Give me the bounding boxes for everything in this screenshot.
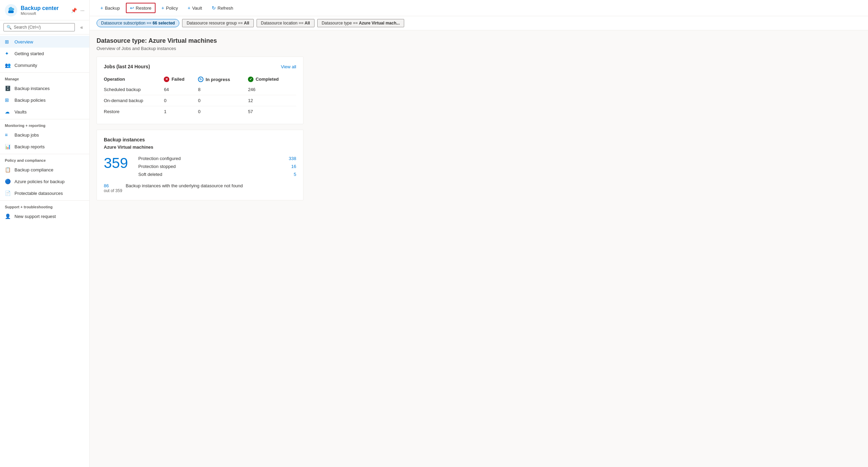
sidebar-item-label: Azure policies for backup	[14, 179, 64, 184]
filter-datasource-type[interactable]: Datasource type == Azure Virtual mach...	[317, 19, 405, 27]
vault-button[interactable]: + Vault	[184, 3, 206, 13]
sidebar: Backup center Microsoft 📌 ··· 🔍 Search (…	[0, 0, 90, 467]
filter-resource-group-label: Datasource resource group == All	[187, 21, 249, 26]
footer-count-sub: out of 359	[104, 188, 122, 193]
sidebar-item-backup-instances[interactable]: 🗄️ Backup instances	[0, 82, 89, 94]
sidebar-item-label: Overview	[14, 39, 33, 44]
sidebar-item-backup-reports[interactable]: 📊 Backup reports	[0, 141, 89, 152]
plus-icon-3: +	[188, 5, 190, 11]
stat-value[interactable]: 5	[294, 172, 296, 177]
sidebar-item-label: Vaults	[14, 109, 27, 115]
filter-location[interactable]: Datasource location == All	[257, 19, 315, 27]
sidebar-item-backup-jobs[interactable]: ≡ Backup jobs	[0, 129, 89, 141]
plus-icon: +	[100, 5, 103, 11]
job-completed[interactable]: 12	[248, 95, 296, 106]
jobs-card: Jobs (last 24 Hours) View all Operation …	[97, 57, 303, 124]
filter-subscription-label: Datasource subscription == 66 selected	[101, 21, 175, 26]
stat-value[interactable]: 16	[291, 164, 296, 169]
job-operation: On-demand backup	[104, 95, 164, 106]
sidebar-item-vaults[interactable]: ☁ Vaults	[0, 106, 89, 118]
job-completed[interactable]: 57	[248, 106, 296, 117]
backup-instances-icon: 🗄️	[5, 85, 11, 91]
job-in-progress: 0	[198, 106, 248, 117]
backup-instances-card: Backup instances Azure Virtual machines …	[97, 130, 303, 200]
footer-info: 86 out of 359	[104, 183, 122, 193]
sidebar-item-label: Community	[14, 63, 37, 68]
stat-label: Protection configured	[138, 156, 181, 161]
app-subtitle: Microsoft	[21, 11, 59, 16]
filters-bar: Datasource subscription == 66 selected D…	[90, 16, 868, 30]
failed-icon: ✕	[164, 77, 169, 82]
completed-icon: ✓	[248, 77, 253, 82]
job-failed[interactable]: 1	[164, 106, 198, 117]
manage-section-label: Manage	[0, 72, 89, 82]
sidebar-item-label: Backup jobs	[14, 132, 39, 138]
support-request-icon: 👤	[5, 213, 11, 219]
sidebar-item-backup-compliance[interactable]: 📋 Backup compliance	[0, 164, 89, 176]
search-input-box[interactable]: 🔍 Search (Ctrl+/)	[3, 23, 75, 31]
pin-icon[interactable]: 📌	[71, 8, 77, 13]
instances-total-count[interactable]: 359	[104, 156, 128, 170]
content-area: Datasource type: Azure Virtual machines …	[90, 30, 868, 467]
sidebar-nav: ⊞ Overview ✦ Getting started 👥 Community…	[0, 34, 89, 467]
instances-body: 359 Protection configured338Protection s…	[104, 155, 296, 178]
job-failed: 0	[164, 95, 198, 106]
failed-status-header: ✕ Failed	[164, 77, 184, 82]
backup-button[interactable]: + Backup	[97, 3, 124, 13]
more-icon[interactable]: ···	[80, 8, 84, 13]
azure-policies-icon: 🔵	[5, 178, 11, 185]
col-header-in-progress: ↻ In progress	[198, 74, 248, 84]
sidebar-item-community[interactable]: 👥 Community	[0, 59, 89, 71]
job-in-progress[interactable]: 8	[198, 84, 248, 95]
footer-count[interactable]: 86	[104, 183, 122, 188]
refresh-icon: ↻	[212, 5, 216, 11]
filter-datasource-type-label: Datasource type == Azure Virtual mach...	[322, 21, 400, 26]
search-icon: 🔍	[7, 25, 12, 30]
stat-row: Soft deleted5	[138, 170, 296, 178]
instances-footer: 86 out of 359 Backup instances with the …	[104, 183, 296, 193]
overview-icon: ⊞	[5, 39, 11, 45]
plus-icon-2: +	[161, 5, 164, 11]
filter-subscription[interactable]: Datasource subscription == 66 selected	[97, 19, 179, 27]
vaults-icon: ☁	[5, 109, 11, 115]
job-completed[interactable]: 246	[248, 84, 296, 95]
community-icon: 👥	[5, 62, 11, 68]
view-all-link[interactable]: View all	[281, 64, 296, 69]
policy-section-label: Policy and compliance	[0, 154, 89, 164]
jobs-card-title: Jobs (last 24 Hours)	[104, 64, 150, 69]
instances-card-title: Backup instances	[104, 137, 296, 142]
sidebar-item-azure-policies[interactable]: 🔵 Azure policies for backup	[0, 176, 89, 187]
backup-policies-icon: ⊞	[5, 97, 11, 103]
sidebar-item-backup-policies[interactable]: ⊞ Backup policies	[0, 94, 89, 106]
stat-row: Protection configured338	[138, 155, 296, 162]
table-row: On-demand backup0012	[104, 95, 296, 106]
job-operation: Scheduled backup	[104, 84, 164, 95]
restore-label: Restore	[136, 6, 152, 11]
collapse-button[interactable]: «	[78, 23, 86, 31]
backup-compliance-icon: 📋	[5, 167, 11, 173]
restore-icon: ↩	[130, 5, 134, 11]
sidebar-item-label: Backup compliance	[14, 167, 53, 172]
sidebar-item-protectable-datasources[interactable]: 📄 Protectable datasources	[0, 187, 89, 199]
sidebar-header: Backup center Microsoft 📌 ···	[0, 0, 89, 20]
policy-button[interactable]: + Policy	[158, 3, 182, 13]
page-title: Datasource type: Azure Virtual machines	[97, 37, 861, 44]
backup-reports-icon: 📊	[5, 143, 11, 150]
col-header-operation: Operation	[104, 74, 164, 84]
job-failed[interactable]: 64	[164, 84, 198, 95]
sidebar-item-label: Backup reports	[14, 144, 44, 149]
footer-label: Backup instances with the underlying dat…	[126, 183, 243, 188]
sidebar-item-getting-started[interactable]: ✦ Getting started	[0, 48, 89, 59]
restore-button[interactable]: ↩ Restore	[126, 3, 156, 13]
filter-resource-group[interactable]: Datasource resource group == All	[182, 19, 253, 27]
sidebar-item-new-support-request[interactable]: 👤 New support request	[0, 210, 89, 222]
sidebar-item-overview[interactable]: ⊞ Overview	[0, 36, 89, 48]
instances-subtitle: Azure Virtual machines	[104, 145, 296, 150]
stat-value[interactable]: 338	[289, 156, 296, 161]
app-title: Backup center	[21, 5, 59, 11]
job-operation: Restore	[104, 106, 164, 117]
refresh-button[interactable]: ↻ Refresh	[208, 3, 237, 13]
sidebar-item-label: Backup instances	[14, 86, 50, 91]
filter-location-label: Datasource location == All	[261, 21, 310, 26]
sidebar-item-label: Getting started	[14, 51, 44, 56]
